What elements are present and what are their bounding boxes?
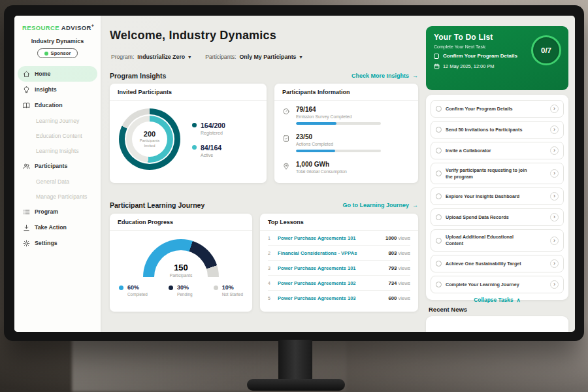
legend-dot xyxy=(192,145,197,150)
lesson-row[interactable]: 2 Financial Considerations - VPPAs 803 v… xyxy=(268,246,410,261)
nav-label: Take Action xyxy=(35,224,67,231)
todo-task-row[interactable]: Complete Your Learning Journey › xyxy=(431,276,564,293)
legend-dot xyxy=(192,123,197,127)
check-more-insights-link[interactable]: Check More Insights → xyxy=(351,73,418,79)
task-radio-icon[interactable] xyxy=(436,214,442,220)
sidebar-item-education-content[interactable]: Education Content xyxy=(14,128,101,143)
sidebar-item-education[interactable]: Education xyxy=(14,97,101,113)
collapse-tasks-link[interactable]: Collapse Tasks ∧ xyxy=(431,297,564,303)
lesson-row[interactable]: 1 Power Purchase Agreements 101 1000 vie… xyxy=(268,231,410,246)
todo-task-row[interactable]: Upload Spend Data Records › xyxy=(431,208,564,226)
lesson-title-link[interactable]: Financial Considerations - VPPAs xyxy=(278,250,357,256)
filters-bar: Program: Industrialize Zero ▾ Participan… xyxy=(111,54,302,60)
sidebar-item-home[interactable]: Home xyxy=(18,66,97,82)
page-title: Welcome, Industry Dynamics xyxy=(110,29,276,42)
legend-item-pending: 30% Pending xyxy=(169,284,192,297)
sidebar-item-manage-participants[interactable]: Manage Participants xyxy=(14,189,101,204)
todo-next-task[interactable]: Confirm Your Program Details xyxy=(434,53,532,59)
program-insights-header: Program Insights Check More Insights → xyxy=(110,72,418,80)
stat-value: 79/164 xyxy=(296,106,381,113)
views-unit: views xyxy=(399,295,410,301)
todo-task-row[interactable]: Send 50 Invitations to Participants › xyxy=(431,121,564,139)
card-title: Participants Information xyxy=(274,84,418,101)
nav-label: Education Content xyxy=(36,133,82,139)
section-title: Participant Learning Journey xyxy=(110,201,204,209)
sidebar-item-participants[interactable]: Participants xyxy=(14,158,101,174)
checkbox-icon[interactable] xyxy=(434,54,439,59)
task-radio-icon[interactable] xyxy=(436,127,442,133)
chevron-right-icon[interactable]: › xyxy=(550,125,559,134)
gear-icon xyxy=(23,240,30,247)
task-radio-icon[interactable] xyxy=(436,171,442,176)
download-icon xyxy=(23,224,30,231)
legend-dot xyxy=(119,286,123,290)
sidebar-item-take-action[interactable]: Take Action xyxy=(14,220,101,235)
views-count: 734 xyxy=(388,280,397,286)
lesson-title-link[interactable]: Power Purchase Agreements 103 xyxy=(278,295,356,301)
gauge-center-value: 150 xyxy=(110,263,252,272)
task-radio-icon[interactable] xyxy=(436,106,442,112)
sidebar: RESOURCE ADVISOR+ Industry Dynamics Spon… xyxy=(14,16,101,332)
lesson-title-link[interactable]: Power Purchase Agreements 102 xyxy=(278,280,356,286)
participants-information-card: Participants Information 79/164 Emission… xyxy=(274,84,418,183)
legend-label: Active xyxy=(201,153,225,157)
chevron-right-icon[interactable]: › xyxy=(550,280,559,289)
progress-bar-fill xyxy=(296,150,335,152)
stat-value: 23/50 xyxy=(296,133,381,140)
lesson-title-link[interactable]: Power Purchase Agreements 101 xyxy=(278,265,356,271)
donut-center: 200 Participants Invited xyxy=(132,122,167,157)
chevron-right-icon[interactable]: › xyxy=(550,259,559,268)
todo-summary-card: Your To Do List Complete Your Next Task:… xyxy=(426,26,568,90)
card-title: Invited Participants xyxy=(110,84,267,101)
chevron-right-icon[interactable]: › xyxy=(550,146,559,155)
task-radio-icon[interactable] xyxy=(436,282,442,287)
views-count: 793 xyxy=(388,265,397,271)
logo-secondary: ADVISOR xyxy=(61,24,91,31)
go-to-learning-journey-link[interactable]: Go to Learning Journey → xyxy=(342,202,418,208)
task-label: Verify participants requesting to join t… xyxy=(446,167,529,180)
sidebar-item-program[interactable]: Program xyxy=(14,204,101,220)
checklist-icon xyxy=(282,135,290,142)
sidebar-item-learning-insights[interactable]: Learning Insights xyxy=(14,143,101,158)
views-count: 803 xyxy=(388,250,397,256)
todo-task-row[interactable]: Achieve One Sustainability Target › xyxy=(431,255,564,272)
logo-plus: + xyxy=(91,24,95,28)
participants-filter-dropdown[interactable]: Participants: Only My Participants ▾ xyxy=(205,54,302,60)
lesson-row[interactable]: 5 Power Purchase Agreements 103 600 view… xyxy=(268,291,410,306)
calendar-icon xyxy=(434,63,440,69)
sidebar-item-insights[interactable]: Insights xyxy=(14,82,101,97)
views-unit: views xyxy=(399,235,410,241)
sidebar-item-learning-journey[interactable]: Learning Journey xyxy=(14,113,101,128)
lesson-rank: 4 xyxy=(268,281,272,286)
chevron-right-icon[interactable]: › xyxy=(550,237,559,245)
todo-task-row[interactable]: Invite a Collaborator › xyxy=(431,142,564,159)
sidebar-item-settings[interactable]: Settings xyxy=(14,235,101,251)
task-radio-icon[interactable] xyxy=(436,148,442,154)
sponsor-badge[interactable]: Sponsor xyxy=(37,48,78,58)
legend-label: Registered xyxy=(201,131,225,135)
task-label: Confirm Your Program Details xyxy=(446,106,512,112)
nav-label: Participants xyxy=(35,163,67,169)
lesson-title-link[interactable]: Power Purchase Agreements 101 xyxy=(278,235,356,241)
todo-task-row[interactable]: Upload Additional Educational Content › xyxy=(431,229,564,251)
chevron-right-icon[interactable]: › xyxy=(550,105,559,113)
todo-task-row[interactable]: Explore Your Insights Dashboard › xyxy=(431,188,564,205)
chevron-right-icon[interactable]: › xyxy=(550,213,559,221)
lesson-row[interactable]: 3 Power Purchase Agreements 101 793 view… xyxy=(268,261,410,276)
task-label: Explore Your Insights Dashboard xyxy=(446,193,519,200)
stat-label: Actions Completed xyxy=(296,142,381,146)
nav-label: Settings xyxy=(35,240,57,246)
chevron-right-icon[interactable]: › xyxy=(550,169,559,178)
todo-task-row[interactable]: Confirm Your Program Details › xyxy=(431,100,564,118)
task-radio-icon[interactable] xyxy=(436,193,442,199)
legend-item-completed: 60% Completed xyxy=(119,284,148,297)
card-title: Top Lessons xyxy=(260,214,418,231)
chevron-right-icon[interactable]: › xyxy=(550,192,559,201)
lesson-row[interactable]: 4 Power Purchase Agreements 102 734 view… xyxy=(268,276,410,291)
task-radio-icon[interactable] xyxy=(436,261,442,267)
arrow-right-icon: → xyxy=(412,73,418,79)
todo-task-row[interactable]: Verify participants requesting to join t… xyxy=(431,163,564,184)
sidebar-item-general-data[interactable]: General Data xyxy=(14,174,101,189)
program-filter-dropdown[interactable]: Program: Industrialize Zero ▾ xyxy=(111,54,191,60)
task-radio-icon[interactable] xyxy=(436,238,442,244)
